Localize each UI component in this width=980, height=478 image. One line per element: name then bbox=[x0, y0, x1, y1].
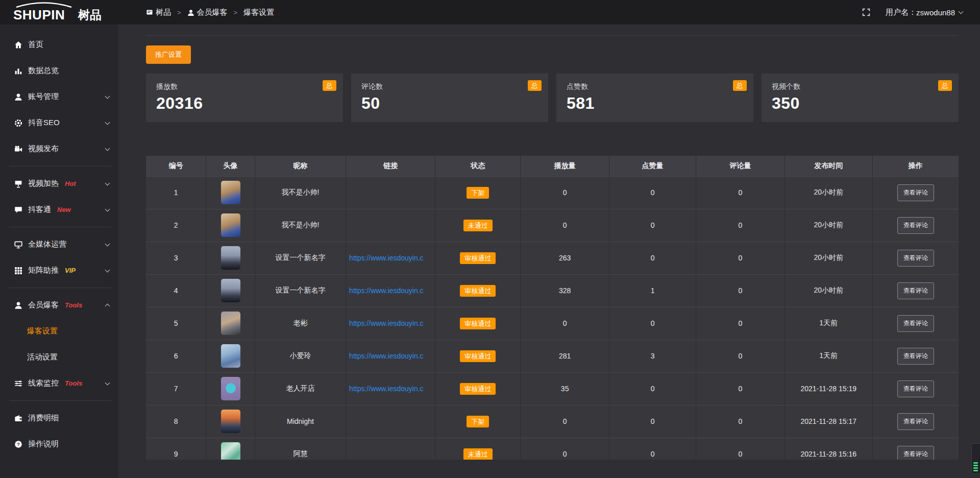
logo[interactable]: SHUPIN 树品 bbox=[0, 0, 118, 25]
view-comments-button[interactable]: 查看评论 bbox=[897, 250, 934, 267]
view-comments-button[interactable]: 查看评论 bbox=[897, 380, 934, 397]
cell-likes: 0 bbox=[609, 405, 696, 438]
cell-comments: 0 bbox=[696, 405, 785, 438]
view-comments-button[interactable]: 查看评论 bbox=[897, 413, 934, 430]
promo-settings-button[interactable]: 推广设置 bbox=[146, 45, 191, 64]
sidebar-item-活动设置[interactable]: 活动设置 bbox=[0, 344, 118, 370]
stats-row: 播放数20316总评论数50总点赞数581总视频个数350总 bbox=[146, 74, 959, 122]
user-icon bbox=[14, 93, 22, 101]
floating-widget[interactable] bbox=[971, 443, 980, 474]
sidebar-item-爆客设置[interactable]: 爆客设置 bbox=[0, 318, 118, 344]
status-badge[interactable]: 审核通过 bbox=[460, 285, 496, 297]
cell-avatar bbox=[206, 274, 255, 307]
sidebar-item-视频发布[interactable]: 视频发布 bbox=[0, 136, 118, 162]
video-link[interactable]: https://www.iesdouyin.c bbox=[349, 319, 424, 327]
cell-status: 审核通过 bbox=[435, 242, 521, 274]
cell-status: 未通过 bbox=[435, 438, 521, 460]
status-badge[interactable]: 审核通过 bbox=[460, 350, 496, 362]
cell-likes: 0 bbox=[609, 176, 696, 209]
sidebar-item-全媒体运营[interactable]: 全媒体运营 bbox=[0, 231, 118, 257]
sidebar-item-tag: Hot bbox=[65, 180, 76, 187]
gear-icon bbox=[14, 119, 22, 127]
sidebar-item-label: 爆客设置 bbox=[27, 326, 58, 336]
stat-label: 播放数 bbox=[156, 82, 335, 91]
svg-text:?: ? bbox=[17, 441, 20, 447]
sidebar-item-账号管理[interactable]: 账号管理 bbox=[0, 84, 118, 110]
cell-avatar bbox=[206, 340, 255, 372]
cell-time: 20小时前 bbox=[785, 242, 872, 274]
sidebar-item-label: 数据总览 bbox=[28, 66, 59, 76]
status-badge[interactable]: 未通过 bbox=[463, 448, 493, 460]
sidebar-item-线索监控[interactable]: 线索监控Tools bbox=[0, 370, 118, 396]
cell-action: 查看评论 bbox=[872, 242, 959, 274]
cell-status: 审核通过 bbox=[435, 340, 521, 372]
sidebar-item-首页[interactable]: 首页 bbox=[0, 32, 118, 58]
table-row: 2我不是小帅!未通过00020小时前查看评论 bbox=[146, 209, 959, 242]
cell-plays: 328 bbox=[521, 274, 609, 307]
cell-plays: 0 bbox=[521, 405, 609, 438]
chevron-down-icon bbox=[105, 146, 110, 151]
sidebar-item-label: 操作说明 bbox=[28, 439, 59, 449]
sidebar-item-数据总览[interactable]: 数据总览 bbox=[0, 58, 118, 84]
sidebar-item-label: 首页 bbox=[28, 40, 43, 50]
sidebar-item-label: 账号管理 bbox=[28, 92, 59, 102]
cell-plays: 0 bbox=[521, 176, 609, 209]
breadcrumb-item-爆客设置[interactable]: 爆客设置 bbox=[243, 8, 274, 17]
stat-label: 视频个数 bbox=[772, 82, 950, 91]
column-header-昵称: 昵称 bbox=[255, 156, 346, 176]
cell-status: 未通过 bbox=[435, 209, 521, 242]
cell-time: 1天前 bbox=[785, 340, 872, 372]
sidebar-item-抖客通[interactable]: 抖客通New bbox=[0, 197, 118, 223]
avatar bbox=[221, 410, 240, 433]
status-badge[interactable]: 审核通过 bbox=[460, 383, 496, 395]
header-divider bbox=[146, 25, 959, 36]
sidebar-item-label: 消费明细 bbox=[28, 413, 59, 423]
video-link[interactable]: https://www.iesdouyin.c bbox=[349, 286, 424, 295]
status-badge[interactable]: 下架 bbox=[467, 187, 489, 199]
stat-value: 581 bbox=[567, 94, 745, 113]
cell-nickname: 小爱玲 bbox=[255, 340, 346, 372]
breadcrumb-separator: > bbox=[177, 9, 181, 16]
view-comments-button[interactable]: 查看评论 bbox=[897, 184, 934, 201]
logo-text-en: SHUPIN bbox=[13, 7, 65, 22]
sidebar: 首页数据总览账号管理抖音SEO视频发布视频加热Hot抖客通New全媒体运营矩阵助… bbox=[0, 25, 118, 478]
view-comments-button[interactable]: 查看评论 bbox=[897, 282, 934, 299]
sidebar-item-消费明细[interactable]: 消费明细 bbox=[0, 405, 118, 431]
cell-comments: 0 bbox=[696, 340, 785, 372]
video-link[interactable]: https://www.iesdouyin.c bbox=[349, 385, 424, 393]
cell-nickname: Midnight bbox=[255, 405, 346, 438]
cell-avatar bbox=[206, 176, 255, 209]
view-comments-button[interactable]: 查看评论 bbox=[897, 446, 934, 460]
sidebar-item-抖音SEO[interactable]: 抖音SEO bbox=[0, 110, 118, 136]
cell-likes: 0 bbox=[609, 438, 696, 460]
sidebar-item-操作说明[interactable]: ?操作说明 bbox=[0, 431, 118, 457]
sidebar-item-label: 线索监控 bbox=[28, 378, 59, 388]
videos-table-wrap: 编号头像昵称链接状态播放量点赞量评论量发布时间操作 1我不是小帅!下架00020… bbox=[146, 156, 959, 460]
cell-action: 查看评论 bbox=[872, 307, 959, 340]
chevron-down-icon bbox=[105, 119, 110, 125]
cell-id: 9 bbox=[146, 438, 206, 460]
breadcrumb-label: 树品 bbox=[156, 8, 171, 17]
status-badge[interactable]: 下架 bbox=[467, 416, 489, 427]
fullscreen-icon[interactable] bbox=[862, 8, 870, 16]
breadcrumb-item-会员爆客[interactable]: 会员爆客 bbox=[187, 8, 228, 17]
sidebar-item-tag: Tools bbox=[65, 379, 82, 387]
status-badge[interactable]: 审核通过 bbox=[460, 318, 496, 329]
sidebar-item-会员爆客[interactable]: 会员爆客Tools bbox=[0, 292, 118, 318]
status-badge[interactable]: 审核通过 bbox=[460, 252, 496, 264]
video-link[interactable]: https://www.iesdouyin.c bbox=[349, 254, 424, 262]
sidebar-item-视频加热[interactable]: 视频加热Hot bbox=[0, 171, 118, 197]
cell-status: 下架 bbox=[435, 405, 521, 438]
status-badge[interactable]: 未通过 bbox=[463, 220, 493, 231]
view-comments-button[interactable]: 查看评论 bbox=[897, 217, 934, 234]
chevron-down-icon bbox=[105, 241, 110, 246]
user-menu[interactable]: 用户名： zswodun88 bbox=[886, 8, 963, 17]
view-comments-button[interactable]: 查看评论 bbox=[897, 348, 934, 365]
table-row: 5老彬https://www.iesdouyin.c审核通过0001天前查看评论 bbox=[146, 307, 959, 340]
sidebar-item-矩阵助推[interactable]: 矩阵助推VIP bbox=[0, 257, 118, 283]
chevron-up-icon bbox=[105, 304, 110, 309]
video-link[interactable]: https://www.iesdouyin.c bbox=[349, 352, 424, 360]
view-comments-button[interactable]: 查看评论 bbox=[897, 315, 934, 332]
breadcrumb-item-树品[interactable]: 树品 bbox=[146, 8, 171, 17]
cell-time: 2021-11-28 15:19 bbox=[785, 372, 872, 405]
